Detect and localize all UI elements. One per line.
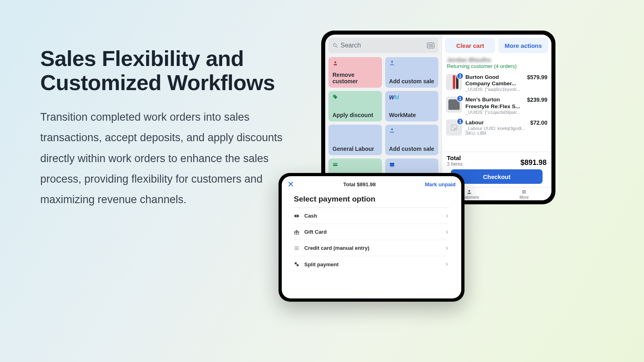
card-icon — [332, 162, 338, 167]
payment-option-cash[interactable]: Cash — [294, 208, 449, 224]
svg-point-15 — [296, 215, 297, 216]
search-icon — [332, 43, 338, 48]
cart-item[interactable]: 1 Men's Burton Freestyle Re:Flex S... _U… — [446, 94, 547, 117]
item-sub: _UUIDS: ["o1qacbi09pslr... — [465, 110, 522, 115]
search-placeholder: Search — [341, 42, 427, 49]
nav-more[interactable]: More — [497, 187, 551, 200]
cart-item[interactable]: 1 Burton Good Company Camber... _UUIDS: … — [446, 72, 547, 94]
chevron-right-icon — [444, 230, 449, 234]
item-sub: _UUIDS: ["aaq6rv1kyvnlr... — [465, 87, 522, 92]
payment-total-header: Total $891.98 — [343, 181, 376, 187]
cart-customer[interactable]: Jordan Blouths Returning customer (4 ord… — [442, 56, 551, 72]
upload-icon — [389, 60, 395, 66]
payment-screen: ✕ Total $891.98 Mark unpaid Select payme… — [282, 176, 461, 298]
clear-cart-button[interactable]: Clear cart — [445, 38, 495, 53]
upload-icon — [389, 128, 395, 134]
svg-point-10 — [469, 190, 471, 192]
tile-label: Remove customer — [332, 72, 378, 84]
payment-option-credit-manual[interactable]: Credit card (manual entry) — [294, 240, 449, 256]
tile-label: Add custom sale — [389, 78, 435, 84]
payment-option-split[interactable]: Split payment — [294, 256, 449, 272]
qty-badge: 1 — [456, 118, 464, 125]
search-input[interactable]: Search — [328, 38, 438, 53]
calendar-icon — [389, 162, 395, 167]
svg-point-9 — [452, 126, 454, 127]
payment-header: ✕ Total $891.98 Mark unpaid — [282, 176, 461, 191]
keypad-icon — [294, 245, 299, 251]
tile-label: WorkMate — [389, 112, 435, 118]
items-count: 3 Items — [447, 161, 462, 167]
option-label: Cash — [304, 213, 317, 219]
close-button[interactable]: ✕ — [287, 180, 294, 188]
item-sub: _Labour UUID: knetqt3godl... — [465, 126, 525, 131]
svg-point-23 — [296, 248, 297, 249]
image-placeholder-icon — [450, 124, 458, 131]
chevron-right-icon — [444, 262, 449, 267]
cart-items: 1 Burton Good Company Camber... _UUIDS: … — [442, 72, 551, 152]
menu-icon — [521, 189, 527, 195]
svg-point-3 — [334, 96, 335, 97]
workmate-logo: WM — [389, 94, 435, 101]
item-price: $239.99 — [527, 97, 547, 103]
svg-point-2 — [334, 61, 336, 63]
cart-item[interactable]: 1 Labour _Labour UUID: knetqt3godl... SK… — [446, 117, 547, 138]
svg-point-20 — [296, 246, 297, 247]
option-label: Credit card (manual entry) — [304, 245, 369, 251]
person-icon — [466, 189, 472, 195]
action-tile-grid: Remove customer Add custom sale Apply di… — [328, 57, 438, 189]
split-icon — [294, 261, 299, 267]
item-price: $72.00 — [530, 119, 547, 126]
marketing-copy: Sales Flexibility and Customized Workflo… — [40, 46, 298, 210]
more-actions-button[interactable]: More actions — [498, 38, 548, 53]
svg-point-0 — [333, 43, 336, 46]
svg-point-27 — [298, 249, 299, 250]
tile-add-custom-sale[interactable]: Add custom sale — [385, 57, 439, 88]
item-title: Burton Good Company Camber... — [465, 74, 522, 87]
svg-point-24 — [298, 248, 299, 249]
svg-line-1 — [336, 46, 338, 48]
chevron-right-icon — [444, 214, 449, 218]
total-amount: $891.98 — [520, 158, 547, 167]
item-thumb: 1 — [446, 119, 462, 136]
tile-label: Apply discount — [332, 112, 378, 118]
tile-remove-customer[interactable]: Remove customer — [328, 57, 382, 88]
item-price: $579.99 — [527, 74, 547, 80]
item-title: Men's Burton Freestyle Re:Flex S... — [465, 97, 522, 109]
payment-option-giftcard[interactable]: Gift Card — [294, 224, 449, 240]
person-icon — [332, 60, 338, 66]
total-label: Total — [447, 154, 462, 161]
cash-icon — [294, 213, 299, 219]
payment-heading: Select payment option — [294, 192, 449, 208]
marketing-body: Transition completed work orders into sa… — [40, 107, 298, 210]
tile-general-labour[interactable]: General Labour — [328, 125, 382, 155]
tile-label: General Labour — [332, 146, 378, 152]
customer-status: Returning customer (4 orders) — [447, 63, 547, 69]
option-label: Gift Card — [304, 229, 327, 235]
item-sku: SKU: LBR — [465, 131, 525, 136]
option-label: Split payment — [304, 261, 339, 267]
chevron-right-icon — [444, 246, 449, 251]
tile-apply-discount[interactable]: Apply discount — [328, 91, 382, 121]
svg-point-25 — [295, 249, 296, 250]
item-title: Labour — [465, 119, 525, 126]
customer-name-blurred: Jordan Blouths — [447, 56, 547, 63]
tile-add-custom-sale-2[interactable]: Add custom sale — [385, 125, 439, 155]
qty-badge: 1 — [456, 95, 464, 102]
mark-unpaid-button[interactable]: Mark unpaid — [425, 181, 456, 187]
item-thumb: 1 — [446, 97, 462, 113]
checkout-button[interactable]: Checkout — [451, 169, 543, 184]
barcode-scan-icon[interactable] — [427, 43, 434, 48]
svg-rect-5 — [333, 164, 338, 165]
tile-workmate[interactable]: WM WorkMate — [385, 91, 439, 121]
svg-point-22 — [295, 248, 296, 249]
gift-icon — [294, 229, 299, 235]
svg-point-26 — [296, 249, 297, 250]
item-thumb: 1 — [446, 74, 462, 90]
svg-point-19 — [295, 246, 296, 247]
payment-device-frame: ✕ Total $891.98 Mark unpaid Select payme… — [279, 173, 464, 302]
qty-badge: 1 — [456, 72, 464, 80]
nav-label: More — [520, 195, 529, 200]
svg-point-21 — [298, 246, 299, 247]
tile-label: Add custom sale — [389, 146, 435, 152]
payment-body: Select payment option Cash Gift Card — [282, 191, 461, 272]
